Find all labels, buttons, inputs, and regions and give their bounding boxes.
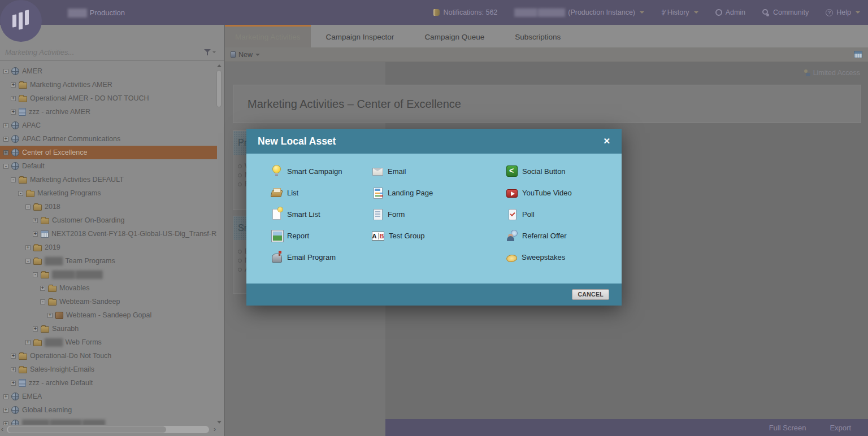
tree-item[interactable]: - █████ ██████ — [0, 268, 217, 281]
asset-type-item[interactable]: Sweepstakes — [506, 251, 572, 263]
expander-toggle[interactable]: + — [11, 354, 16, 359]
asset-type-item[interactable]: Smart List — [271, 208, 342, 220]
expander-toggle[interactable]: - — [25, 259, 31, 264]
scroll-left-arrow[interactable]: ‹ — [1, 426, 3, 433]
scrollbar-thumb[interactable] — [8, 426, 166, 433]
expander-toggle[interactable]: + — [25, 245, 31, 250]
tab[interactable]: Campaign Queue — [409, 25, 500, 47]
tree-item[interactable]: + Marketing Activities AMER — [0, 78, 217, 91]
expander-toggle[interactable]: + — [11, 367, 16, 372]
asset-type-item[interactable]: Email Program — [271, 251, 342, 263]
tree-item[interactable]: - AMER — [0, 64, 217, 78]
asset-type-item[interactable]: Smart Campaign — [271, 165, 342, 177]
expander-toggle[interactable]: + — [11, 82, 16, 88]
expander-toggle[interactable]: + — [11, 110, 16, 115]
tree-item[interactable]: + Global Learning — [0, 403, 217, 417]
cancel-button[interactable]: CANCEL — [572, 289, 609, 300]
expander-toggle[interactable]: + — [33, 326, 38, 332]
expander-toggle[interactable]: + — [40, 286, 45, 291]
expander-toggle[interactable]: + — [25, 340, 31, 345]
tree-item[interactable]: + Saurabh — [0, 322, 217, 335]
tree-item[interactable]: - Default — [0, 159, 217, 173]
asset-type-item[interactable]: Report — [271, 230, 342, 241]
expander-toggle[interactable]: - — [3, 164, 8, 169]
tree-item[interactable]: + Customer On-Boarding — [0, 213, 217, 227]
scroll-down-arrow[interactable] — [217, 421, 222, 424]
sidebar-vertical-scrollbar[interactable] — [216, 64, 222, 424]
history-menu[interactable]: ‡∕ History — [661, 8, 698, 16]
expander-toggle[interactable]: + — [3, 137, 8, 142]
scroll-up-arrow[interactable] — [217, 64, 222, 67]
scrollbar-thumb[interactable] — [216, 70, 222, 107]
notifications-menu[interactable]: Notifications: 562 — [433, 8, 497, 16]
asset-type-item[interactable]: Referral Offer — [506, 230, 572, 241]
tree-item-label: Center of Excellence — [22, 149, 87, 156]
tree-item[interactable]: - Webteam-Sandeep — [0, 295, 217, 308]
tree-item[interactable]: + APAC — [0, 119, 217, 132]
asset-type-item[interactable]: Social Button — [506, 165, 572, 177]
tree-item[interactable]: + APAC Partner Communications — [0, 132, 217, 146]
expander-toggle[interactable]: + — [3, 408, 8, 413]
search-filter-button[interactable] — [204, 49, 224, 55]
community-menu[interactable]: Community — [762, 8, 809, 16]
tree-item[interactable]: + Operational-Do Not Touch — [0, 349, 217, 363]
tree-item[interactable]: - Marketing Activities DEFAULT — [0, 173, 217, 186]
calendar-icon[interactable] — [854, 51, 862, 58]
close-icon[interactable]: ✕ — [603, 136, 610, 146]
tab[interactable]: Campaign Inspector — [311, 25, 410, 47]
new-button[interactable]: New — [231, 51, 260, 59]
expander-toggle[interactable]: - — [33, 272, 38, 277]
marketo-logo[interactable] — [0, 0, 42, 42]
expander-toggle[interactable]: + — [3, 421, 8, 425]
expander-toggle[interactable]: + — [3, 150, 8, 155]
tree-item[interactable]: + Operational AMER - DO NOT TOUCH — [0, 91, 217, 105]
sidebar-horizontal-scrollbar[interactable]: ‹ › — [1, 426, 216, 433]
tab[interactable]: Marketing Activities — [225, 25, 311, 47]
expander-toggle[interactable]: + — [33, 232, 38, 237]
tree-item[interactable]: + Center of Excellence — [0, 146, 217, 159]
tree-item[interactable]: - Marketing Programs — [0, 186, 217, 200]
expander-toggle[interactable]: + — [11, 96, 16, 101]
tree-item[interactable]: + 2019 — [0, 241, 217, 254]
tree-item[interactable]: + Webteam - Sandeep Gopal — [0, 308, 217, 322]
tree-item[interactable]: - ████ Team Programs — [0, 254, 217, 268]
tab[interactable]: Subscriptions — [500, 25, 576, 47]
tree-item[interactable]: + ████ Web Forms — [0, 335, 217, 349]
expander-toggle[interactable]: - — [3, 69, 8, 74]
tree-item[interactable]: + Sales-Insight-Emails — [0, 363, 217, 376]
expander-toggle[interactable]: - — [18, 191, 23, 196]
asset-type-item[interactable]: Poll — [506, 208, 572, 220]
asset-type-item[interactable]: Email — [372, 165, 433, 177]
expander-toggle[interactable]: + — [3, 394, 8, 399]
asset-type-item[interactable]: Landing Page — [372, 187, 433, 198]
full-screen-button[interactable]: Full Screen — [769, 424, 806, 432]
expander-toggle[interactable]: + — [3, 123, 8, 128]
tree-item[interactable]: + zzz - archive AMER — [0, 105, 217, 119]
user-menu[interactable]: █████ ██████ (Production Instance) — [514, 8, 644, 16]
tree-item[interactable]: + NEXT2018 Cvent-FY18-Q1-Global-US-Dig_T… — [0, 227, 217, 241]
help-menu[interactable]: ? Help — [826, 8, 860, 16]
tree-item[interactable]: + EMEA — [0, 390, 217, 403]
search-input[interactable] — [0, 45, 204, 60]
new-button-label: New — [238, 51, 253, 59]
expander-toggle[interactable]: - — [25, 204, 31, 210]
asset-column-2: Email Landing Page Form Test Group — [372, 165, 433, 251]
expander-toggle[interactable]: - — [11, 177, 16, 182]
tree-item[interactable]: + Movables — [0, 281, 217, 295]
tree-item[interactable]: + zzz - archive Default — [0, 376, 217, 390]
expander-toggle[interactable]: + — [33, 218, 38, 223]
scroll-right-arrow[interactable]: › — [214, 426, 216, 433]
export-button[interactable]: Export — [830, 424, 851, 432]
tree-item-label: 2018 — [45, 203, 60, 211]
tree-item[interactable]: - 2018 — [0, 200, 217, 213]
asset-type-item[interactable]: YouTube Video — [506, 187, 572, 198]
expander-toggle[interactable]: - — [40, 299, 45, 304]
new-asset-icon — [231, 51, 236, 58]
tree-item[interactable]: + ██████ ███████ █████ — [0, 417, 217, 425]
asset-type-item[interactable]: Form — [372, 208, 433, 220]
asset-type-item[interactable]: List — [271, 187, 342, 198]
expander-toggle[interactable]: + — [47, 313, 53, 318]
expander-toggle[interactable]: + — [11, 381, 16, 386]
admin-menu[interactable]: Admin — [715, 8, 745, 16]
asset-type-item[interactable]: Test Group — [372, 230, 433, 241]
